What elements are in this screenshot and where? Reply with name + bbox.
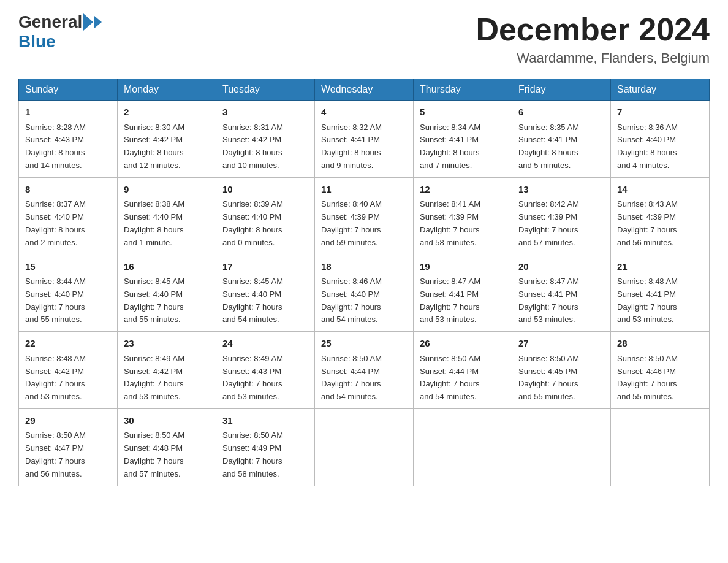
day-info: Sunrise: 8:31 AMSunset: 4:42 PMDaylight:… [222,121,308,172]
calendar-cell: 5Sunrise: 8:34 AMSunset: 4:41 PMDaylight… [414,101,512,178]
day-number: 5 [420,105,506,120]
calendar-cell: 18Sunrise: 8:46 AMSunset: 4:40 PMDayligh… [315,255,414,332]
day-number: 1 [25,105,111,120]
calendar-cell: 4Sunrise: 8:32 AMSunset: 4:41 PMDaylight… [315,101,414,178]
calendar-cell: 24Sunrise: 8:49 AMSunset: 4:43 PMDayligh… [216,332,315,409]
day-number: 23 [124,337,210,351]
calendar-cell: 8Sunrise: 8:37 AMSunset: 4:40 PMDaylight… [19,177,118,255]
day-number: 9 [124,183,210,197]
calendar-cell: 25Sunrise: 8:50 AMSunset: 4:44 PMDayligh… [315,332,414,409]
day-number: 19 [420,260,506,274]
day-number: 14 [617,183,703,197]
calendar-cell: 27Sunrise: 8:50 AMSunset: 4:45 PMDayligh… [512,332,611,409]
day-info: Sunrise: 8:50 AMSunset: 4:46 PMDaylight:… [617,353,703,404]
calendar-day-header: Thursday [414,79,512,101]
calendar-cell: 30Sunrise: 8:50 AMSunset: 4:48 PMDayligh… [118,408,216,486]
day-number: 24 [222,337,308,351]
calendar-cell: 1Sunrise: 8:28 AMSunset: 4:43 PMDaylight… [19,101,118,178]
day-number: 15 [25,260,111,274]
day-info: Sunrise: 8:50 AMSunset: 4:44 PMDaylight:… [420,353,506,404]
calendar-cell [414,408,512,486]
day-number: 22 [25,337,111,351]
day-number: 6 [518,105,604,120]
logo-arrows-icon [83,13,102,31]
calendar-day-header: Wednesday [315,79,414,101]
day-number: 13 [518,183,604,197]
day-number: 17 [222,260,308,274]
calendar-cell: 3Sunrise: 8:31 AMSunset: 4:42 PMDaylight… [216,101,315,178]
day-info: Sunrise: 8:41 AMSunset: 4:39 PMDaylight:… [420,198,506,249]
calendar-cell: 7Sunrise: 8:36 AMSunset: 4:40 PMDaylight… [611,101,710,178]
day-info: Sunrise: 8:50 AMSunset: 4:45 PMDaylight:… [518,353,604,404]
calendar-week-row: 15Sunrise: 8:44 AMSunset: 4:40 PMDayligh… [19,255,710,332]
day-info: Sunrise: 8:38 AMSunset: 4:40 PMDaylight:… [124,198,210,249]
day-number: 3 [222,105,308,120]
calendar-cell: 28Sunrise: 8:50 AMSunset: 4:46 PMDayligh… [611,332,710,409]
location-text: Waardamme, Flanders, Belgium [476,50,710,66]
day-info: Sunrise: 8:48 AMSunset: 4:41 PMDaylight:… [617,275,703,326]
day-info: Sunrise: 8:46 AMSunset: 4:40 PMDaylight:… [321,275,407,326]
calendar-week-row: 29Sunrise: 8:50 AMSunset: 4:47 PMDayligh… [19,408,710,486]
calendar-cell: 20Sunrise: 8:47 AMSunset: 4:41 PMDayligh… [512,255,611,332]
calendar-day-header: Tuesday [216,79,315,101]
day-info: Sunrise: 8:45 AMSunset: 4:40 PMDaylight:… [222,275,308,326]
day-info: Sunrise: 8:50 AMSunset: 4:48 PMDaylight:… [124,429,210,480]
day-info: Sunrise: 8:37 AMSunset: 4:40 PMDaylight:… [25,198,111,249]
calendar-week-row: 8Sunrise: 8:37 AMSunset: 4:40 PMDaylight… [19,177,710,255]
day-number: 20 [518,260,604,274]
calendar-cell: 10Sunrise: 8:39 AMSunset: 4:40 PMDayligh… [216,177,315,255]
calendar-cell [512,408,611,486]
day-number: 21 [617,260,703,274]
calendar-cell: 16Sunrise: 8:45 AMSunset: 4:40 PMDayligh… [118,255,216,332]
day-number: 4 [321,105,407,120]
day-number: 28 [617,337,703,351]
day-info: Sunrise: 8:48 AMSunset: 4:42 PMDaylight:… [25,353,111,404]
day-number: 7 [617,105,703,120]
day-info: Sunrise: 8:49 AMSunset: 4:42 PMDaylight:… [124,353,210,404]
calendar-cell: 2Sunrise: 8:30 AMSunset: 4:42 PMDaylight… [118,101,216,178]
title-section: December 2024 Waardamme, Flanders, Belgi… [476,12,710,66]
calendar-cell: 26Sunrise: 8:50 AMSunset: 4:44 PMDayligh… [414,332,512,409]
day-info: Sunrise: 8:43 AMSunset: 4:39 PMDaylight:… [617,198,703,249]
calendar-cell: 15Sunrise: 8:44 AMSunset: 4:40 PMDayligh… [19,255,118,332]
calendar-cell [315,408,414,486]
day-number: 8 [25,183,111,197]
calendar-cell: 29Sunrise: 8:50 AMSunset: 4:47 PMDayligh… [19,408,118,486]
day-number: 31 [222,414,308,428]
day-info: Sunrise: 8:50 AMSunset: 4:44 PMDaylight:… [321,353,407,404]
day-info: Sunrise: 8:44 AMSunset: 4:40 PMDaylight:… [25,275,111,326]
calendar-cell: 23Sunrise: 8:49 AMSunset: 4:42 PMDayligh… [118,332,216,409]
day-info: Sunrise: 8:42 AMSunset: 4:39 PMDaylight:… [518,198,604,249]
calendar-header-row: SundayMondayTuesdayWednesdayThursdayFrid… [19,79,710,101]
logo: General Blue [18,12,102,52]
logo-blue-text: Blue [18,32,56,52]
calendar-cell: 17Sunrise: 8:45 AMSunset: 4:40 PMDayligh… [216,255,315,332]
day-info: Sunrise: 8:30 AMSunset: 4:42 PMDaylight:… [124,121,210,172]
day-number: 29 [25,414,111,428]
logo-general-text: General [18,12,82,32]
day-info: Sunrise: 8:50 AMSunset: 4:47 PMDaylight:… [25,429,111,480]
calendar-cell: 14Sunrise: 8:43 AMSunset: 4:39 PMDayligh… [611,177,710,255]
day-number: 26 [420,337,506,351]
calendar-cell: 22Sunrise: 8:48 AMSunset: 4:42 PMDayligh… [19,332,118,409]
day-info: Sunrise: 8:49 AMSunset: 4:43 PMDaylight:… [222,353,308,404]
calendar-week-row: 22Sunrise: 8:48 AMSunset: 4:42 PMDayligh… [19,332,710,409]
page-header: General Blue December 2024 Waardamme, Fl… [18,12,710,66]
day-info: Sunrise: 8:47 AMSunset: 4:41 PMDaylight:… [420,275,506,326]
day-number: 27 [518,337,604,351]
calendar-day-header: Saturday [611,79,710,101]
day-number: 12 [420,183,506,197]
month-title: December 2024 [476,12,710,47]
calendar-cell: 6Sunrise: 8:35 AMSunset: 4:41 PMDaylight… [512,101,611,178]
day-info: Sunrise: 8:36 AMSunset: 4:40 PMDaylight:… [617,121,703,172]
day-number: 16 [124,260,210,274]
day-info: Sunrise: 8:35 AMSunset: 4:41 PMDaylight:… [518,121,604,172]
day-number: 18 [321,260,407,274]
day-info: Sunrise: 8:45 AMSunset: 4:40 PMDaylight:… [124,275,210,326]
day-info: Sunrise: 8:28 AMSunset: 4:43 PMDaylight:… [25,121,111,172]
day-info: Sunrise: 8:50 AMSunset: 4:49 PMDaylight:… [222,429,308,480]
calendar-cell [611,408,710,486]
calendar-cell: 12Sunrise: 8:41 AMSunset: 4:39 PMDayligh… [414,177,512,255]
calendar-cell: 9Sunrise: 8:38 AMSunset: 4:40 PMDaylight… [118,177,216,255]
calendar-week-row: 1Sunrise: 8:28 AMSunset: 4:43 PMDaylight… [19,101,710,178]
